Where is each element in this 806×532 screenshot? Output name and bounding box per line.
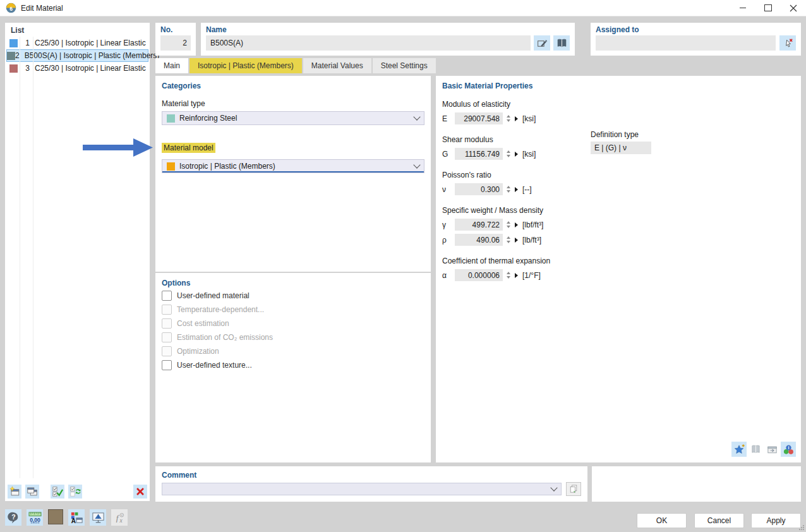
new-material-button[interactable] xyxy=(8,485,21,499)
nu-input[interactable]: 0.300 xyxy=(455,183,503,195)
rendering-button[interactable] xyxy=(90,509,106,526)
library-transfer-button[interactable] xyxy=(748,442,763,457)
spinner-icon[interactable] xyxy=(505,184,512,195)
chevron-down-icon xyxy=(550,484,557,491)
poissons-ratio-label: Poisson's ratio xyxy=(442,171,795,179)
svg-text:?: ? xyxy=(11,513,15,521)
svg-text:x: x xyxy=(119,516,123,523)
tab-isotropic-plastic-members[interactable]: Isotropic | Plastic (Members) xyxy=(189,58,302,73)
option-cost-estimation: Cost estimation xyxy=(162,318,424,329)
units-button[interactable]: 0,00 xyxy=(27,509,43,526)
spinner-icon[interactable] xyxy=(505,270,512,281)
detail-icon[interactable] xyxy=(515,187,518,192)
e-input[interactable]: 29007.548 xyxy=(455,112,503,124)
comment-panel: Comment xyxy=(155,466,587,502)
comment-copy-button[interactable] xyxy=(566,482,581,496)
units-icon: 0,00 xyxy=(28,511,42,524)
formula-button[interactable]: fxx xyxy=(111,509,128,526)
tab-material-values[interactable]: Material Values xyxy=(303,58,371,73)
gamma-input[interactable]: 499.722 xyxy=(455,219,503,231)
svg-text:6: 6 xyxy=(9,6,13,12)
rendering-icon xyxy=(92,511,105,524)
chevron-down-icon xyxy=(413,161,420,168)
material-model-label: Material model xyxy=(162,143,215,153)
preview-panel xyxy=(592,466,801,502)
spinner-icon[interactable] xyxy=(505,113,512,124)
material-model-dropdown[interactable]: Isotropic | Plastic (Members) xyxy=(162,159,424,173)
select-all-button[interactable] xyxy=(51,485,64,499)
g-unit: [ksi] xyxy=(522,150,536,159)
spinner-icon[interactable] xyxy=(505,148,512,160)
cancel-button[interactable]: Cancel xyxy=(694,513,744,528)
copy-material-icon xyxy=(27,486,38,497)
option-user-defined-texture[interactable]: User-defined texture... xyxy=(162,360,424,371)
library-button[interactable] xyxy=(553,35,570,51)
edit-name-icon xyxy=(537,38,548,49)
select-objects-button[interactable] xyxy=(779,35,796,51)
material-info-button[interactable]: i xyxy=(781,442,796,457)
formula-icon: fxx xyxy=(113,511,126,524)
g-symbol: G xyxy=(442,150,455,159)
detail-icon[interactable] xyxy=(515,116,518,121)
rho-input[interactable]: 490.06 xyxy=(455,234,503,246)
comment-copy-icon xyxy=(568,484,579,494)
checkbox xyxy=(162,318,172,329)
categories-title: Categories xyxy=(155,76,431,90)
list-item-number: 1 xyxy=(20,39,30,47)
alpha-symbol: α xyxy=(442,271,455,280)
option-user-defined-material[interactable]: User-defined material xyxy=(162,290,424,301)
material-model-color-swatch xyxy=(167,162,175,171)
sync-selection-button[interactable] xyxy=(68,485,82,499)
alpha-row: α 0.000006 [1/°F] xyxy=(442,269,795,281)
specific-weight-label: Specific weight / Mass density xyxy=(442,206,795,215)
window-transfer-icon xyxy=(766,444,778,456)
detail-icon[interactable] xyxy=(515,238,518,243)
minimize-button[interactable] xyxy=(730,0,755,16)
copy-material-button[interactable] xyxy=(25,485,39,499)
rho-unit: [lb/ft³] xyxy=(522,236,541,245)
list-toolbar xyxy=(8,485,147,499)
delete-material-button[interactable] xyxy=(133,485,147,499)
rho-symbol: ρ xyxy=(442,236,455,245)
tab-steel-settings[interactable]: Steel Settings xyxy=(373,58,436,73)
spinner-icon[interactable] xyxy=(505,219,512,231)
favorite-add-icon xyxy=(733,444,745,456)
new-material-icon xyxy=(9,486,20,497)
e-symbol: E xyxy=(442,114,455,123)
close-button[interactable] xyxy=(781,0,806,16)
name-panel: Name B500S(A) xyxy=(201,23,575,56)
modulus-of-elasticity-label: Modulus of elasticity xyxy=(442,100,795,109)
comment-combobox[interactable] xyxy=(162,483,562,495)
window-transfer-button[interactable] xyxy=(764,442,779,457)
checkbox xyxy=(162,305,172,315)
svg-text:A: A xyxy=(71,517,75,524)
rho-row: ρ 490.06 [lb/ft³] xyxy=(442,234,795,246)
apply-button[interactable]: Apply xyxy=(751,513,801,528)
ok-button[interactable]: OK xyxy=(637,513,687,528)
material-type-value: Reinforcing Steel xyxy=(179,114,410,123)
list-item-1[interactable]: 1 C25/30 | Isotropic | Linear Elastic xyxy=(6,37,148,49)
detail-icon[interactable] xyxy=(515,222,518,227)
add-favorite-button[interactable] xyxy=(731,442,747,457)
maximize-button[interactable] xyxy=(755,0,781,16)
checkbox[interactable] xyxy=(162,360,172,370)
tab-main[interactable]: Main xyxy=(155,58,188,73)
detail-icon[interactable] xyxy=(515,152,518,157)
edit-name-button[interactable] xyxy=(534,35,550,51)
name-field[interactable]: B500S(A) xyxy=(206,35,531,51)
checkbox[interactable] xyxy=(162,291,172,301)
spinner-icon[interactable] xyxy=(505,234,512,246)
detail-icon[interactable] xyxy=(515,273,518,278)
list-panel: List 1 C25/30 | Isotropic | Linear Elast… xyxy=(5,23,150,501)
resize-grip[interactable] xyxy=(798,524,805,531)
material-model-value: Isotropic | Plastic (Members) xyxy=(179,162,410,171)
help-button[interactable]: ? xyxy=(5,509,21,526)
texture-swatch-button[interactable] xyxy=(48,509,63,524)
material-type-dropdown[interactable]: Reinforcing Steel xyxy=(162,111,424,125)
display-options-button[interactable]: A xyxy=(68,509,85,526)
display-options-icon: A xyxy=(70,511,83,524)
g-input[interactable]: 11156.749 xyxy=(455,148,503,160)
list-item-3[interactable]: 3 C25/30 | Isotropic | Linear Elastic xyxy=(6,62,148,75)
alpha-input[interactable]: 0.000006 xyxy=(455,269,503,281)
list-item-2-selected[interactable]: 2 B500S(A) | Isotropic | Plastic (Member… xyxy=(6,49,148,62)
